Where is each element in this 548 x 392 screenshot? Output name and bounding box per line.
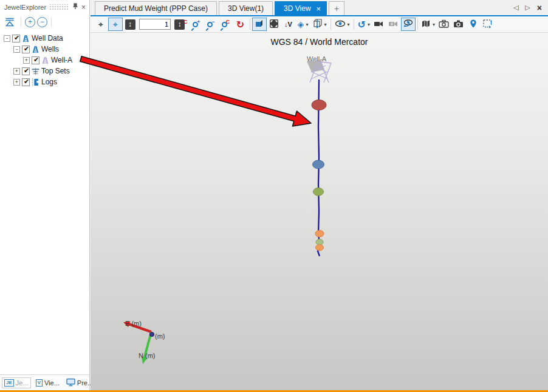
well-marker-orange[interactable] (315, 231, 324, 237)
separator (354, 19, 354, 30)
pin-icon[interactable] (72, 3, 78, 11)
reset-view-button[interactable]: ↻ (233, 18, 248, 31)
zoom-out-button[interactable]: − (204, 18, 219, 31)
camera-filled-icon (453, 19, 464, 30)
perspective-view-button[interactable] (252, 18, 267, 31)
pan-tool-button[interactable]: ⌖ (94, 18, 108, 31)
derrick-icon (32, 46, 39, 53)
chevron-down-icon: ▾ (306, 22, 308, 27)
orbit-mode-button[interactable]: ↺▾ (356, 18, 372, 31)
panel-drag-grip[interactable] (49, 4, 69, 10)
tree-item-wells[interactable]: - Wells (0, 44, 89, 55)
visibility-button[interactable]: ▾ (333, 18, 352, 31)
expander-icon[interactable]: + (13, 68, 20, 75)
expander-icon[interactable]: - (4, 35, 10, 42)
location-pin-button[interactable] (466, 18, 481, 31)
tree-item-logs[interactable]: + Logs (0, 76, 89, 87)
scroll-tabs-right-icon[interactable]: ▷ (525, 4, 530, 12)
bottom-tab-label: Je... (16, 379, 29, 387)
viewport-3d[interactable]: WGS 84 / World Mercator Well-A (91, 33, 548, 390)
tab-navigation: ◁ ▷ × (513, 3, 548, 13)
derrick-icon (41, 56, 49, 64)
axes-cube-button[interactable]: ▾ (310, 18, 329, 31)
checkbox[interactable] (22, 67, 30, 75)
collapse-tree-button[interactable]: − (37, 17, 47, 27)
data-tree: - Well Data - Wells + (0, 30, 89, 374)
separator (21, 17, 21, 27)
checkbox[interactable] (32, 56, 39, 64)
measure-icon (482, 19, 493, 30)
measure-tool-button[interactable] (481, 18, 495, 31)
frame-capture-button[interactable]: # (386, 18, 401, 31)
top-sets-icon (32, 67, 39, 75)
well-marker-red[interactable] (312, 100, 326, 110)
tree-item-well-a[interactable]: + Well-A (0, 55, 89, 66)
bottom-tab-views[interactable]: V Vie... (34, 378, 61, 388)
expander-icon[interactable]: - (13, 46, 20, 53)
tab-3d-view[interactable]: 3D View × (275, 1, 327, 15)
bounding-box-button[interactable]: ◈▾ (296, 18, 310, 31)
vertical-scale-input[interactable] (139, 19, 171, 30)
bottom-tab-jewelexplorer[interactable]: JE Je... (2, 377, 31, 388)
well-marker-lightgreen[interactable] (316, 239, 323, 245)
checkbox[interactable] (12, 35, 20, 42)
video-camera-icon (374, 19, 384, 30)
tree-item-label: Wells (41, 45, 59, 53)
snapshot-to-file-button[interactable] (451, 18, 466, 31)
zoom-reset-button[interactable]: C (219, 18, 233, 31)
svg-text:#: # (391, 22, 393, 26)
rotate-view-mode-button[interactable] (401, 18, 416, 31)
tab-3d-view-1[interactable]: 3D View(1) (219, 1, 273, 15)
fit-extents-icon (269, 19, 279, 30)
eye-icon (335, 19, 346, 30)
checkbox[interactable] (22, 78, 30, 86)
magnifier-icon (222, 22, 227, 27)
new-tab-button[interactable]: + (329, 1, 344, 15)
monitor-icon (66, 378, 75, 388)
well-marker-orange-2[interactable] (316, 245, 324, 251)
panel-header: JewelExplorer × (0, 0, 89, 14)
tab-label: Predict Mud Weight (PPP Case) (104, 4, 208, 13)
projection-title: WGS 84 / World Mercator (91, 37, 548, 47)
well-trajectory-path[interactable] (318, 79, 320, 256)
well-marker-blue[interactable] (313, 160, 324, 169)
crosshair-icon: ⌖ (98, 19, 103, 30)
well-a-label: Well-A (307, 55, 326, 63)
tree-item-well-data[interactable]: - Well Data (0, 33, 89, 44)
derrick-3d-icon (307, 59, 331, 83)
north-axis-label: N (m) (139, 352, 156, 359)
checkbox[interactable] (22, 46, 30, 53)
close-view-icon[interactable]: × (537, 3, 542, 13)
axes-cube-icon (312, 19, 323, 30)
reset-vertical-scale-button[interactable]: ↕C (173, 18, 190, 31)
reset-badge: C (183, 19, 188, 25)
record-video-button[interactable] (372, 18, 386, 31)
expand-tree-button[interactable]: + (25, 17, 35, 27)
eye-rotate-icon (403, 19, 414, 30)
vertical-view-button[interactable]: ↓V (281, 18, 296, 31)
map-layers-button[interactable]: ▾ (420, 18, 437, 31)
camera-number-icon: # (388, 19, 399, 30)
separator (250, 19, 250, 30)
tab-close-icon[interactable]: × (317, 5, 321, 13)
well-marker-green[interactable] (313, 188, 324, 196)
panel-close-icon[interactable]: × (81, 4, 86, 11)
collapse-all-button[interactable] (2, 15, 17, 29)
vertical-exaggeration-button[interactable]: ↕ (123, 18, 137, 31)
tree-toolbar: + − (0, 14, 89, 30)
v-badge-icon: V (36, 379, 43, 387)
east-axis-label: E (m) (125, 320, 142, 327)
scroll-tabs-left-icon[interactable]: ◁ (513, 4, 518, 12)
expander-icon[interactable]: + (23, 57, 30, 64)
snapshot-button[interactable] (437, 18, 451, 31)
select-tool-button[interactable]: ⌖ (108, 18, 123, 31)
expander-icon[interactable]: + (13, 79, 20, 86)
down-v-icon: ↓V (284, 21, 292, 28)
tab-predict-mud-weight[interactable]: Predict Mud Weight (PPP Case) (95, 1, 217, 15)
chevron-down-icon: ▾ (348, 22, 350, 27)
magnifier-icon (207, 22, 213, 27)
view-toolbar: ⌖ ⌖ ↕ ↕C + − C ↻ ↓V ◈▾ ▾ (91, 16, 548, 33)
zoom-in-button[interactable]: + (190, 18, 204, 31)
zoom-fit-extents-button[interactable] (267, 18, 281, 31)
tree-item-top-sets[interactable]: + Top Sets (0, 66, 89, 76)
